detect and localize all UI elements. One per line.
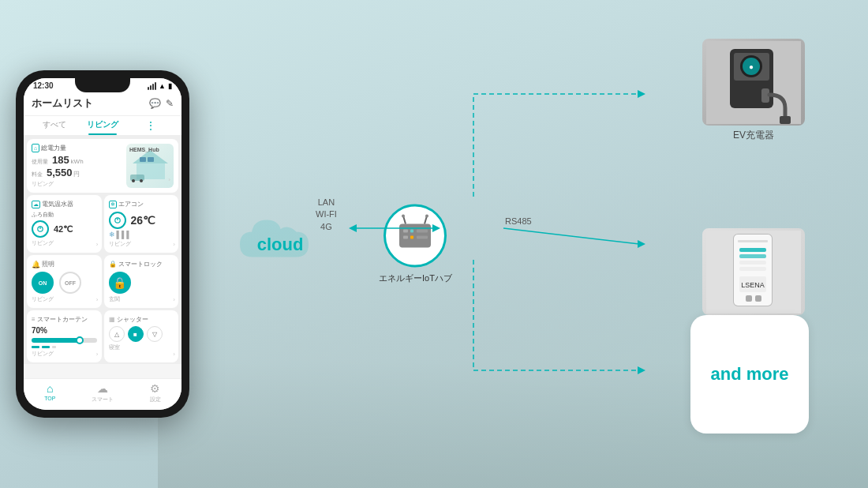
svg-rect-3 — [148, 157, 154, 162]
phone-mockup: 12:30 ▲ ▮ ホームリスト — [16, 70, 189, 418]
chevron-icon: › — [173, 241, 175, 248]
svg-point-6 — [140, 179, 143, 182]
chat-icon[interactable]: 💬 — [149, 98, 161, 109]
chevron-icon: › — [173, 351, 175, 358]
rs485-label: RS485 — [505, 216, 532, 226]
nav-smart[interactable]: ☁ スマート — [77, 382, 129, 404]
svg-rect-43 — [739, 254, 766, 258]
diagram-area: cloud LAN WI-FI 4G — [205, 15, 852, 473]
svg-point-21 — [402, 215, 405, 218]
shutter-down-btn[interactable]: ▽ — [147, 326, 163, 342]
hub-label: エネルギーIoTハブ — [379, 272, 452, 284]
svg-point-5 — [132, 179, 135, 182]
svg-rect-42 — [739, 248, 766, 252]
svg-rect-23 — [403, 230, 408, 233]
water-heater-power-btn[interactable] — [32, 220, 49, 238]
cloud-label: cloud — [257, 234, 304, 254]
connection-type-label: LAN WI-FI 4G — [316, 197, 337, 233]
svg-marker-14 — [638, 90, 645, 98]
svg-rect-45 — [739, 267, 766, 271]
curtain-card[interactable]: ≡ スマートカーテン 70% — [27, 310, 102, 362]
smart-lock-card[interactable]: 🔒 スマートロック 🔒 玄関 › — [104, 255, 179, 308]
lock-icon[interactable]: 🔒 — [109, 272, 131, 294]
svg-rect-24 — [403, 236, 408, 239]
signal-icon — [148, 82, 156, 90]
nav-top[interactable]: ⌂ TOP — [24, 382, 77, 404]
header-icons: 💬 ✎ — [149, 98, 174, 109]
edit-icon[interactable]: ✎ — [166, 98, 174, 109]
svg-rect-37 — [780, 116, 791, 124]
ev-charger-label: EV充電器 — [733, 129, 774, 142]
ev-charger-box: ● — [702, 39, 805, 126]
hems-hub-card[interactable]: HEMS_Hub — [126, 144, 174, 188]
snowflake-icon: ❄ — [109, 231, 115, 238]
app-title: ホームリスト — [32, 96, 93, 111]
chevron-icon: › — [168, 176, 170, 183]
shutter-up-btn[interactable]: △ — [109, 326, 125, 342]
water-heater-card[interactable]: ☁ 電気温水器 ふろ自動 42℃ リビング › — [27, 195, 102, 253]
svg-text:●: ● — [749, 62, 754, 71]
tab-all[interactable]: すべて — [30, 116, 78, 135]
ev-charger-node: ● EV充電器 — [702, 39, 805, 142]
and-more-text: and more — [710, 364, 788, 385]
svg-text:LSENA: LSENA — [741, 281, 765, 289]
phone-notch — [75, 78, 130, 92]
time-display: 12:30 — [33, 81, 54, 90]
chevron-icon: › — [96, 351, 99, 358]
ac-power-btn[interactable] — [109, 212, 126, 229]
hub-device-illustration — [391, 212, 439, 260]
hub-node: エネルギーIoTハブ — [379, 205, 452, 284]
bottom-navigation: ⌂ TOP ☁ スマート ⚙ 設定 — [24, 378, 181, 410]
svg-rect-44 — [739, 261, 766, 265]
hub-circle — [383, 205, 447, 268]
svg-rect-25 — [410, 230, 413, 233]
chevron-icon: › — [173, 296, 175, 303]
curtain-slider[interactable] — [32, 338, 97, 343]
cards-area: ⌂ 総電力量 使用量 185 kWh 料金 5,550 — [24, 136, 181, 364]
ac-card[interactable]: ❄ エアコン 26℃ ❄ ▌▌▌ — [104, 195, 179, 253]
wifi-icon: ▲ — [159, 82, 166, 90]
svg-line-15 — [503, 228, 639, 244]
energy-title: ⌂ 総電力量 — [32, 144, 126, 152]
gear-nav-icon: ⚙ — [150, 382, 160, 395]
chevron-icon: › — [96, 296, 99, 303]
and-more-node: and more — [690, 315, 809, 434]
tab-bar: すべて リビング ⋮ — [24, 116, 181, 136]
battery-icon: ▮ — [168, 82, 172, 90]
svg-rect-26 — [410, 236, 413, 239]
light-on-button[interactable]: ON — [32, 272, 54, 294]
tab-living[interactable]: リビング — [78, 116, 126, 135]
shutter-card[interactable]: ▦ シャッター △ ■ ▽ 寝室 › — [104, 310, 179, 362]
light-card[interactable]: 🔔 照明 ON OFF リビング — [27, 255, 102, 308]
chevron-icon: › — [96, 241, 99, 248]
svg-marker-13 — [349, 224, 357, 232]
svg-rect-28 — [417, 236, 428, 239]
battery-illustration: LSENA — [706, 231, 801, 313]
svg-rect-41 — [738, 240, 768, 242]
svg-marker-17 — [638, 366, 645, 374]
light-off-button[interactable]: OFF — [59, 272, 81, 294]
phone-screen: 12:30 ▲ ▮ ホームリスト — [24, 78, 181, 410]
tab-more-dots[interactable]: ⋮ — [127, 116, 175, 135]
phone-body: 12:30 ▲ ▮ ホームリスト — [16, 70, 189, 418]
main-layout: 12:30 ▲ ▮ ホームリスト — [0, 0, 868, 488]
svg-rect-48 — [746, 295, 752, 302]
status-icons: ▲ ▮ — [148, 82, 172, 90]
svg-rect-27 — [417, 230, 428, 233]
battery-box: LSENA — [702, 228, 805, 315]
shutter-stop-btn[interactable]: ■ — [128, 326, 144, 342]
svg-point-22 — [425, 215, 428, 218]
cloud-nav-icon: ☁ — [97, 382, 108, 395]
svg-rect-49 — [755, 295, 761, 302]
ev-charger-illustration: ● — [706, 41, 801, 124]
energy-card[interactable]: ⌂ 総電力量 使用量 185 kWh 料金 5,550 — [27, 139, 178, 193]
nav-settings[interactable]: ⚙ 設定 — [129, 382, 181, 404]
svg-rect-2 — [140, 157, 146, 162]
cloud-node: cloud — [237, 213, 324, 276]
signal-strength-icon: ▌▌▌ — [117, 231, 132, 238]
app-header: ホームリスト 💬 ✎ — [24, 92, 181, 116]
home-icon: ⌂ — [47, 382, 53, 395]
svg-marker-16 — [638, 240, 645, 248]
